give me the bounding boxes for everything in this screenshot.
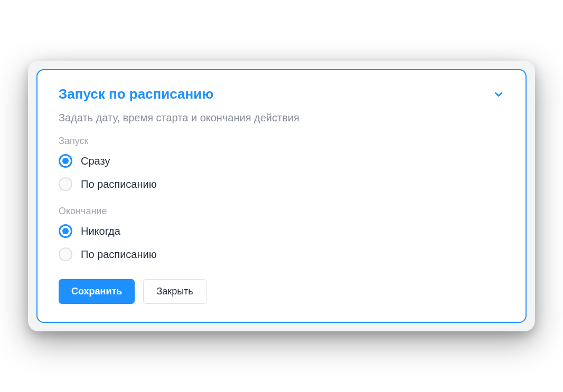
launch-group: Запуск Сразу По расписанию (59, 136, 504, 191)
launch-option-scheduled[interactable]: По расписанию (59, 177, 504, 191)
end-option-scheduled[interactable]: По расписанию (59, 247, 504, 261)
chevron-down-icon[interactable] (493, 89, 504, 100)
radio-label: Сразу (81, 155, 110, 167)
button-row: Сохранить Закрыть (59, 279, 504, 304)
end-group-label: Окончание (59, 206, 504, 217)
end-option-never[interactable]: Никогда (59, 224, 504, 238)
launch-option-immediate[interactable]: Сразу (59, 154, 504, 168)
radio-label: По расписанию (81, 178, 157, 190)
radio-unchecked-icon (59, 247, 72, 261)
panel-outer: Запуск по расписанию Задать дату, время … (28, 61, 535, 331)
launch-group-label: Запуск (59, 136, 504, 147)
close-button[interactable]: Закрыть (143, 279, 206, 304)
card-header: Запуск по расписанию (59, 86, 504, 102)
radio-label: По расписанию (81, 248, 157, 261)
card-title: Запуск по расписанию (59, 86, 213, 102)
save-button[interactable]: Сохранить (59, 279, 135, 304)
radio-checked-icon (59, 154, 72, 168)
schedule-card: Запуск по расписанию Задать дату, время … (36, 69, 527, 323)
radio-unchecked-icon (59, 177, 72, 191)
card-subtitle: Задать дату, время старта и окончания де… (59, 112, 504, 124)
end-group: Окончание Никогда По расписанию (59, 206, 504, 261)
radio-label: Никогда (81, 225, 120, 237)
radio-checked-icon (59, 224, 72, 238)
